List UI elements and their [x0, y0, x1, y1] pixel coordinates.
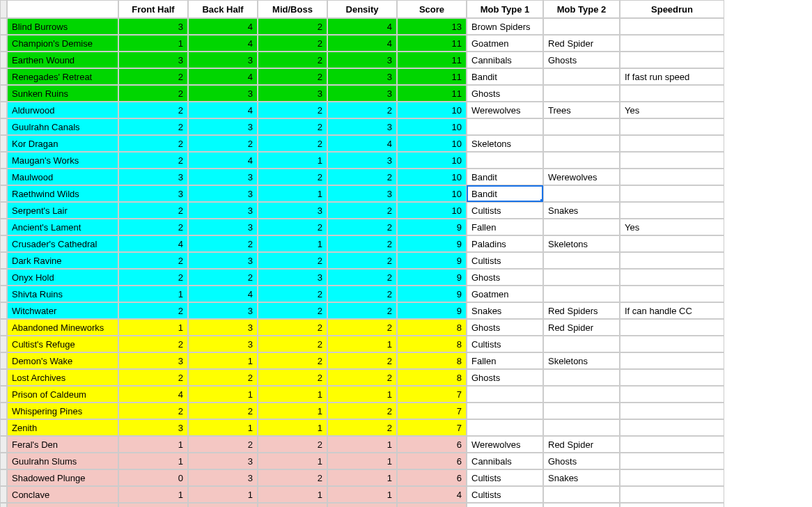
cell-density[interactable]: 4 — [327, 35, 397, 52]
cell-density[interactable]: 2 — [327, 403, 397, 419]
cell-density[interactable]: 1 — [327, 336, 397, 352]
cell-density[interactable]: 1 — [327, 486, 397, 503]
cell-mid[interactable]: 2 — [258, 319, 327, 336]
cell-score[interactable]: 9 — [397, 252, 467, 269]
cell-mob1[interactable]: Goatmen — [467, 286, 543, 302]
cell-mid[interactable]: 2 — [258, 302, 327, 319]
cell-front[interactable]: 1 — [118, 503, 188, 507]
cell-score[interactable]: 7 — [397, 386, 467, 403]
dungeon-name[interactable]: Ancient's Lament — [7, 219, 118, 235]
row-header[interactable] — [0, 369, 7, 386]
cell-mob1[interactable]: Ghosts — [467, 369, 543, 386]
cell-speed[interactable] — [620, 436, 724, 453]
row-header[interactable] — [0, 269, 7, 286]
cell-density[interactable]: 2 — [327, 302, 397, 319]
cell-mob2[interactable] — [543, 135, 620, 152]
cell-back[interactable]: 4 — [188, 102, 258, 118]
cell-mob2[interactable] — [543, 386, 620, 403]
cell-back[interactable]: 3 — [188, 85, 258, 102]
cell-front[interactable]: 2 — [118, 403, 188, 419]
cell-front[interactable]: 3 — [118, 352, 188, 369]
cell-mob2[interactable]: Red Spiders — [543, 302, 620, 319]
cell-front[interactable]: 2 — [118, 152, 188, 169]
cell-mid[interactable]: 3 — [258, 85, 327, 102]
cell-back[interactable]: 4 — [188, 286, 258, 302]
row-header[interactable] — [0, 252, 7, 269]
cell-back[interactable]: 2 — [188, 235, 258, 252]
cell-mob2[interactable] — [543, 18, 620, 35]
cell-back[interactable]: 3 — [188, 118, 258, 135]
cell-mob1[interactable]: Snakes — [467, 302, 543, 319]
cell-mob1[interactable]: Ghosts — [467, 85, 543, 102]
dungeon-name[interactable]: Serpent's Lair — [7, 202, 118, 219]
cell-score[interactable]: 10 — [397, 202, 467, 219]
cell-mid[interactable]: 2 — [258, 286, 327, 302]
dungeon-name[interactable]: Sunken Ruins — [7, 85, 118, 102]
cell-mob2[interactable] — [543, 252, 620, 269]
cell-mob1[interactable]: Bandit — [467, 185, 543, 202]
dungeon-name[interactable]: Shivta Ruins — [7, 286, 118, 302]
row-header[interactable] — [0, 118, 7, 135]
cell-back[interactable]: 1 — [188, 419, 258, 436]
cell-back[interactable]: 1 — [188, 386, 258, 403]
cell-back[interactable]: 3 — [188, 469, 258, 486]
cell-score[interactable]: 9 — [397, 219, 467, 235]
cell-mob1[interactable]: Cultists — [467, 202, 543, 219]
row-header[interactable] — [0, 336, 7, 352]
row-header[interactable] — [0, 169, 7, 185]
cell-score[interactable]: 9 — [397, 235, 467, 252]
cell-mid[interactable]: 2 — [258, 35, 327, 52]
cell-mob2[interactable] — [543, 68, 620, 85]
cell-speed[interactable]: Yes — [620, 219, 724, 235]
cell-density[interactable]: 2 — [327, 369, 397, 386]
dungeon-name[interactable]: Guulrahn Slums — [7, 453, 118, 469]
cell-speed[interactable] — [620, 269, 724, 286]
cell-density[interactable]: 2 — [327, 319, 397, 336]
dungeon-name[interactable]: Demon's Wake — [7, 352, 118, 369]
cell-density[interactable]: 2 — [327, 286, 397, 302]
cell-density[interactable]: 3 — [327, 152, 397, 169]
cell-mob1[interactable]: Cultists — [467, 252, 543, 269]
cell-density[interactable]: 2 — [327, 252, 397, 269]
cell-speed[interactable] — [620, 503, 724, 507]
cell-mob2[interactable]: Snakes — [543, 202, 620, 219]
cell-score[interactable]: 8 — [397, 319, 467, 336]
cell-score[interactable]: 10 — [397, 118, 467, 135]
cell-mob1[interactable]: Ghosts — [467, 269, 543, 286]
cell-mob1[interactable] — [467, 403, 543, 419]
cell-speed[interactable] — [620, 169, 724, 185]
cell-density[interactable]: 2 — [327, 352, 397, 369]
cell-score[interactable]: 9 — [397, 302, 467, 319]
col-header-mid-boss[interactable]: Mid/Boss — [258, 0, 327, 18]
cell-mob1[interactable]: Cannibals — [467, 453, 543, 469]
cell-back[interactable]: 1 — [188, 486, 258, 503]
cell-mob2[interactable] — [543, 486, 620, 503]
cell-mob2[interactable]: Red Spider — [543, 319, 620, 336]
cell-back[interactable]: 4 — [188, 68, 258, 85]
cell-front[interactable]: 3 — [118, 419, 188, 436]
cell-front[interactable]: 2 — [118, 219, 188, 235]
cell-score[interactable]: 6 — [397, 469, 467, 486]
cell-mid[interactable]: 1 — [258, 403, 327, 419]
cell-mob1[interactable]: Cultists — [467, 336, 543, 352]
cell-front[interactable]: 4 — [118, 386, 188, 403]
col-header-mob-type-2[interactable]: Mob Type 2 — [543, 0, 620, 18]
cell-score[interactable]: 11 — [397, 68, 467, 85]
cell-mob2[interactable] — [543, 269, 620, 286]
cell-mid[interactable]: 3 — [258, 202, 327, 219]
cell-density[interactable]: 2 — [327, 419, 397, 436]
cell-mid[interactable]: 1 — [258, 152, 327, 169]
cell-mob2[interactable]: Trees — [543, 102, 620, 118]
cell-density[interactable]: 3 — [327, 118, 397, 135]
cell-mid[interactable]: 2 — [258, 118, 327, 135]
row-header[interactable] — [0, 503, 7, 507]
row-header[interactable] — [0, 185, 7, 202]
cell-mob2[interactable] — [543, 336, 620, 352]
row-header[interactable] — [0, 85, 7, 102]
cell-score[interactable]: 8 — [397, 369, 467, 386]
cell-speed[interactable] — [620, 252, 724, 269]
dungeon-name[interactable]: Zenith — [7, 419, 118, 436]
cell-mob2[interactable]: Ghosts — [543, 52, 620, 68]
cell-back[interactable]: 2 — [188, 269, 258, 286]
row-header[interactable] — [0, 68, 7, 85]
